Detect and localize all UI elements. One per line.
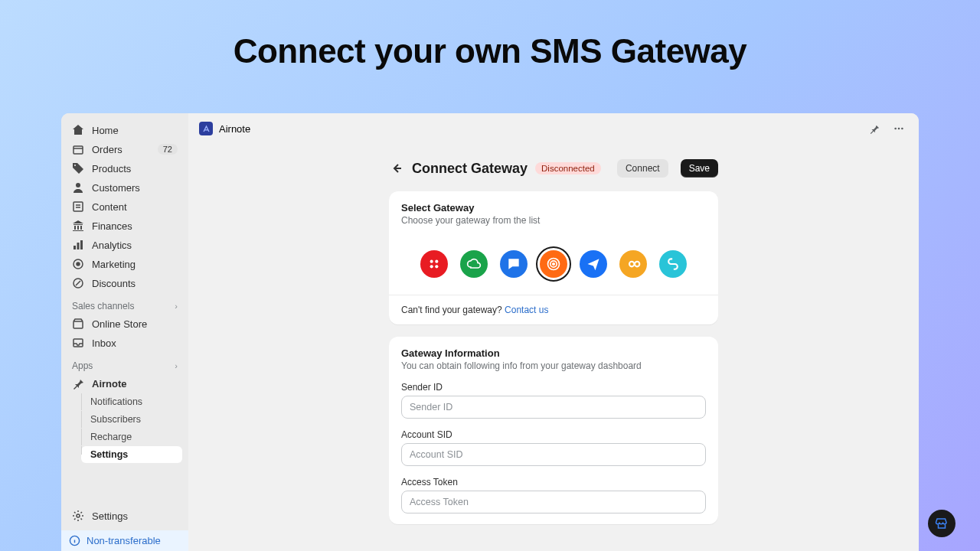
page-title: Connect Gateway [412,161,528,177]
main: Airnote Connect Gateway Disconnected Con… [188,113,919,551]
nav-content[interactable]: Content [67,197,182,216]
account-sid-input[interactable] [401,443,706,466]
pin-button[interactable] [865,119,884,138]
subnav-notifications[interactable]: Notifications [81,393,182,410]
app-bar: Airnote [188,113,919,144]
gateway-option-twilio[interactable] [420,250,448,278]
non-transferable-label: Non-transferable [87,535,161,546]
subnav-settings[interactable]: Settings [81,446,182,463]
select-gateway-title: Select Gateway [401,202,706,214]
apps-list: Airnote [61,374,188,393]
sender-id-input[interactable] [401,396,706,419]
svg-point-7 [77,262,80,266]
nav-finances[interactable]: Finances [67,217,182,235]
app-window: Home Orders 72 Products Customers Conten… [61,113,919,551]
contact-us-link[interactable]: Contact us [505,305,548,315]
gateway-option-messagebird[interactable] [540,250,567,278]
svg-rect-5 [80,240,83,249]
nav-label: Airnote [92,378,127,390]
nav-home[interactable]: Home [67,121,182,139]
app-subnav: Notifications Subscribers Recharge Setti… [61,393,188,464]
app-name: Airnote [219,123,250,135]
svg-point-15 [901,128,903,130]
inbox-icon [72,337,84,349]
nav-label: Content [92,201,127,213]
svg-point-21 [550,261,557,267]
sidebar: Home Orders 72 Products Customers Conten… [61,113,188,551]
app-logo-icon [199,122,213,135]
chart-icon [72,239,84,251]
svg-rect-9 [74,321,83,328]
person-icon [72,181,84,194]
content: Connect Gateway Disconnected Connect Sav… [389,159,718,536]
hero-title: Connect your own SMS Gateway [0,0,980,93]
nav-label: Settings [92,510,128,522]
gateway-options [389,236,718,295]
arrow-left-icon [390,162,403,174]
svg-point-19 [435,265,438,268]
nav-label: Home [92,125,119,136]
target-rings-icon [546,256,561,272]
nav-discounts[interactable]: Discounts [67,274,182,292]
select-gateway-card: Select Gateway Choose your gateway from … [389,191,718,324]
connect-button[interactable]: Connect [617,159,668,178]
nav-label: Analytics [92,240,132,251]
pin-icon [72,377,84,390]
gateway-option-vonage[interactable] [659,250,687,278]
gateway-option-telnyx[interactable] [580,250,607,278]
tag-icon [72,162,84,174]
target-icon [72,258,84,270]
nav-settings-bottom[interactable]: Settings [67,507,182,525]
svg-rect-4 [77,243,80,249]
home-icon [72,124,84,136]
access-token-label: Access Token [401,477,706,487]
save-button[interactable]: Save [681,159,718,178]
page-header: Connect Gateway Disconnected Connect Sav… [389,159,718,178]
gateway-info-card: Gateway Information You can obtain follo… [389,337,718,524]
nav-label: Orders [92,144,122,155]
svg-rect-0 [74,146,83,154]
gateway-info-subtitle: You can obtain following info from your … [401,360,706,371]
nav-inbox[interactable]: Inbox [67,334,182,352]
svg-point-1 [76,183,80,187]
nav-app-airnote[interactable]: Airnote [67,374,182,393]
subnav-recharge[interactable]: Recharge [81,429,182,445]
select-gateway-subtitle: Choose your gateway from the list [401,215,706,226]
discount-icon [72,277,84,289]
chat-icon [506,256,521,272]
pin-icon [869,123,880,134]
nav-online-store[interactable]: Online Store [67,315,182,333]
section-label-text: Apps [72,360,93,371]
info-icon [69,535,80,546]
bank-icon [72,220,84,232]
non-transferable-banner[interactable]: Non-transferable [61,530,188,551]
sales-channels-list: Online Store Inbox [61,315,188,353]
nav-label: Finances [92,220,132,232]
back-button[interactable] [389,161,404,176]
status-badge: Disconnected [535,162,601,174]
access-token-input[interactable] [401,491,706,514]
svg-rect-3 [74,246,76,249]
more-button[interactable] [890,119,908,138]
svg-point-11 [77,514,80,517]
nav-label: Discounts [92,278,136,289]
nav-customers[interactable]: Customers [67,178,182,197]
sender-id-label: Sender ID [401,382,706,393]
subnav-subscribers[interactable]: Subscribers [81,411,182,428]
section-sales-channels[interactable]: Sales channels › [61,293,188,315]
nav-label: Customers [92,182,140,194]
gateway-option-plivo[interactable] [619,250,647,278]
chevron-right-icon: › [175,302,178,311]
gateway-option-chat[interactable] [500,250,528,278]
nav-analytics[interactable]: Analytics [67,236,182,254]
gateway-option-cloud[interactable] [460,250,488,278]
help-fab[interactable] [928,510,956,537]
nav-label: Online Store [92,318,147,330]
svg-point-14 [898,128,900,130]
nav-orders[interactable]: Orders 72 [67,140,182,158]
svg-point-16 [430,260,433,263]
nav-products[interactable]: Products [67,159,182,178]
section-apps[interactable]: Apps › [61,353,188,374]
nav-marketing[interactable]: Marketing [67,255,182,273]
link-icon [665,256,681,272]
